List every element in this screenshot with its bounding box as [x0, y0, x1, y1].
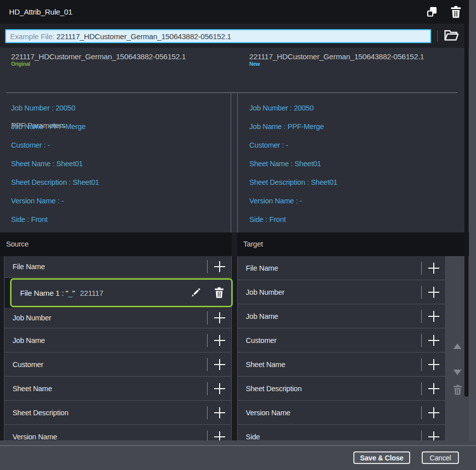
target-row-customer: Customer [238, 328, 445, 352]
add-icon [214, 407, 226, 419]
param-customer-left: Customer : - [11, 140, 50, 150]
new-filename: 221117_HDCustomer_German_150643882-05615… [249, 52, 424, 61]
source-row-customer: Customer [5, 352, 231, 377]
add-icon [428, 286, 440, 298]
target-header: Target [243, 232, 263, 256]
param-version-name-right: Version Name : - [249, 196, 302, 206]
scrollbar-track[interactable] [469, 0, 476, 440]
delete-rule-button[interactable] [449, 5, 462, 19]
original-filename: 221117_HDCustomer_German_150643882-05615… [11, 52, 186, 61]
source-row-sheet-name: Sheet Name [5, 377, 231, 401]
list-headers-band: Source Target [0, 232, 469, 256]
input-divider [437, 30, 438, 42]
add-target-sheet-description-button[interactable] [422, 377, 445, 400]
add-target-version-name-button[interactable] [422, 401, 445, 424]
add-icon [428, 383, 440, 395]
delete-icon [451, 6, 461, 18]
add-icon [214, 383, 226, 395]
title-bar: HD_Attrib_Rule_01 [0, 0, 469, 24]
new-tag: New [249, 61, 260, 67]
param-job-number-right: Job Number : 20050 [249, 103, 314, 113]
source-list: File Name File Name 1 : "_"221117 [4, 256, 232, 440]
open-folder-icon [444, 30, 459, 42]
attribute-lists: File Name File Name 1 : "_"221117 [0, 256, 469, 440]
dialog-title: HD_Attrib_Rule_01 [9, 0, 72, 24]
target-row-file-name: File Name [238, 256, 445, 280]
add-target-job-number-button[interactable] [422, 280, 445, 304]
add-icon [214, 334, 226, 346]
target-row-side: Side [238, 425, 445, 440]
target-row-sheet-description: Sheet Description [238, 377, 445, 401]
target-list: File Name Job Number Job Name Customer S [237, 256, 446, 440]
example-file-bar: Example File: 221117_HDCustomer_German_1… [0, 24, 469, 48]
add-icon [428, 262, 440, 274]
add-target-customer-button[interactable] [422, 328, 445, 352]
target-row-version-name: Version Name [238, 401, 445, 425]
param-side-right: Side : Front [249, 214, 286, 224]
delete-icon [215, 287, 224, 298]
source-header-band [0, 232, 232, 256]
columns-divider-right [237, 93, 238, 232]
add-job-number-rule-button[interactable] [208, 308, 231, 328]
delete-rule-row-button[interactable] [212, 285, 227, 300]
browse-file-button[interactable] [442, 28, 460, 43]
param-sheet-name-right: Sheet Name : Sheet01 [249, 159, 321, 169]
example-file-label: Example File: [10, 32, 56, 41]
target-row-job-number: Job Number [238, 280, 445, 304]
add-icon [214, 431, 226, 441]
source-row-version-name: Version Name [5, 425, 231, 440]
param-side-left: Side : Front [11, 214, 48, 224]
add-version-name-rule-button[interactable] [208, 425, 231, 440]
add-job-name-rule-button[interactable] [208, 328, 231, 352]
ppf-parameters-section: 221117_HDCustomer_German_150643882-05615… [0, 48, 469, 232]
param-sheet-description-left: Sheet Description : Sheet01 [11, 177, 99, 187]
add-icon [428, 407, 440, 419]
add-sheet-name-rule-button[interactable] [208, 377, 231, 400]
edit-rule-button[interactable] [187, 285, 203, 300]
add-icon [428, 334, 440, 346]
selected-rule-row[interactable]: File Name 1 : "_"221117 [10, 278, 233, 307]
source-header: Source [6, 232, 29, 256]
edit-icon [189, 287, 201, 299]
save-and-close-button[interactable]: Save & Close [353, 451, 410, 464]
add-customer-rule-button[interactable] [208, 352, 231, 376]
params-divider [6, 92, 457, 93]
move-down-icon [453, 370, 461, 375]
duplicate-icon [426, 6, 438, 18]
scrollbar-thumb[interactable] [464, 4, 468, 397]
param-version-name-left: Version Name : - [11, 196, 64, 206]
add-icon [428, 359, 440, 371]
delete-icon [453, 385, 462, 395]
add-icon [214, 359, 226, 371]
add-file-name-rule-button[interactable] [208, 256, 231, 277]
param-job-name-left: Job Name : PPF-Merge [11, 122, 85, 132]
target-row-sheet-name: Sheet Name [238, 352, 445, 377]
add-target-side-button[interactable] [422, 425, 445, 440]
rule-text: File Name 1 : "_"221117 [12, 289, 187, 297]
add-target-file-name-button[interactable] [422, 256, 445, 280]
rule-value: 221117 [80, 289, 104, 297]
add-target-sheet-name-button[interactable] [422, 352, 445, 376]
param-sheet-name-left: Sheet Name : Sheet01 [11, 159, 83, 169]
footer-bar: Save & Close Cancel [0, 440, 476, 470]
add-sheet-description-rule-button[interactable] [208, 401, 231, 424]
example-file-input[interactable]: Example File: 221117_HDCustomer_German_1… [5, 29, 431, 43]
move-up-icon [453, 343, 461, 349]
add-icon [428, 431, 440, 441]
target-row-job-name: Job Name [238, 304, 445, 328]
add-icon [214, 261, 226, 273]
param-sheet-description-right: Sheet Description : Sheet01 [249, 177, 337, 187]
cancel-button[interactable]: Cancel [422, 451, 459, 464]
param-job-number-left: Job Number : 20050 [11, 103, 75, 113]
hd-attrib-rule-dialog: HD_Attrib_Rule_01 [0, 0, 476, 470]
add-target-job-name-button[interactable] [422, 304, 445, 328]
source-row-job-number: Job Number [5, 308, 231, 328]
param-customer-right: Customer : - [249, 140, 288, 150]
duplicate-rule-button[interactable] [425, 5, 438, 19]
original-tag: Original [11, 61, 30, 67]
source-row-job-name: Job Name [5, 328, 231, 352]
source-row-sheet-description: Sheet Description [5, 401, 231, 425]
target-header-band [237, 232, 469, 256]
footer-divider [0, 445, 476, 446]
rule-pattern: _ [68, 289, 72, 297]
